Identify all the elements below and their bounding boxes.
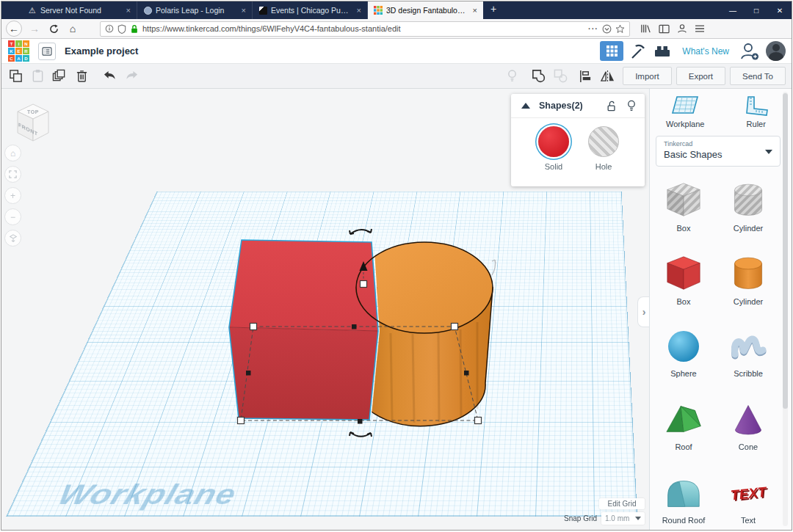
edit-grid-button[interactable]: Edit Grid bbox=[599, 498, 645, 509]
whats-new-link[interactable]: What's New bbox=[682, 46, 729, 57]
home-button[interactable]: ⌂ bbox=[63, 21, 82, 37]
solid-option[interactable]: Solid bbox=[532, 126, 576, 171]
ungroup-icon[interactable] bbox=[549, 67, 571, 86]
shape-gallery: Box Cylinder bbox=[651, 175, 781, 532]
sidebar-scrollbar[interactable] bbox=[783, 92, 788, 526]
scrollbar-thumb[interactable] bbox=[783, 93, 788, 409]
tab-close-icon[interactable]: × bbox=[125, 6, 132, 15]
view-cube[interactable]: TOP FRONT bbox=[13, 98, 53, 145]
tab-close-icon[interactable]: × bbox=[471, 6, 479, 15]
hole-option[interactable]: Hole bbox=[582, 126, 626, 171]
shape-tile-round-roof[interactable]: Round Roof bbox=[651, 469, 716, 532]
view-cube-top-label: TOP bbox=[27, 109, 39, 114]
titlebar: ⚠ Server Not Found × Polaris Leap - Logi… bbox=[1, 1, 792, 19]
shape-tile-cone[interactable]: Cone bbox=[716, 396, 781, 469]
info-icon[interactable] bbox=[105, 24, 114, 33]
menu-icon[interactable] bbox=[695, 24, 705, 33]
redo-icon[interactable] bbox=[120, 67, 142, 86]
shape-tile-text[interactable]: TEXT TEXT Text bbox=[716, 469, 781, 532]
maximize-button[interactable]: □ bbox=[745, 1, 768, 19]
avatar[interactable] bbox=[766, 41, 786, 61]
rotate-handle-bottom[interactable] bbox=[350, 432, 372, 437]
invite-person-add-icon[interactable] bbox=[739, 42, 760, 61]
bookmark-star-icon[interactable] bbox=[615, 24, 625, 34]
show-all-icon[interactable] bbox=[501, 67, 523, 86]
shield-icon[interactable] bbox=[117, 24, 126, 34]
duplicate-icon[interactable] bbox=[48, 67, 70, 86]
lightbulb-icon[interactable] bbox=[627, 100, 636, 112]
account-icon[interactable] bbox=[677, 23, 687, 34]
pocket-icon[interactable] bbox=[602, 24, 612, 34]
ruler-tool[interactable]: Ruler bbox=[727, 95, 786, 128]
shape-tile-cylinder-hole[interactable]: Cylinder bbox=[716, 175, 781, 249]
rotate-handle-top[interactable] bbox=[350, 229, 372, 234]
rotate-handle-side[interactable] bbox=[492, 260, 496, 275]
tab-close-icon[interactable]: × bbox=[355, 6, 363, 15]
collapse-panel-icon[interactable] bbox=[521, 103, 530, 109]
tinkercad-logo[interactable]: T I N K E R C A D bbox=[8, 40, 29, 62]
minecraft-pickaxe-icon[interactable] bbox=[629, 43, 647, 60]
url-bar[interactable]: https://www.tinkercad.com/things/6WlFehy… bbox=[100, 21, 630, 37]
snap-grid-select[interactable]: 1.0 mm bbox=[601, 512, 645, 525]
workplane-tool[interactable]: Workplane bbox=[656, 95, 714, 128]
shape-tile-label: Text bbox=[741, 516, 756, 525]
shape-tile-box-solid[interactable]: Box bbox=[651, 249, 716, 322]
shape-tile-roof[interactable]: Roof bbox=[651, 396, 716, 469]
back-button[interactable]: ← bbox=[6, 21, 22, 37]
hole-swatch[interactable] bbox=[588, 126, 619, 157]
home-view-button[interactable]: ⌂ bbox=[4, 145, 21, 161]
shape-tile-label: Cone bbox=[739, 442, 758, 451]
shape-library-select[interactable]: Tinkercad Basic Shapes bbox=[656, 136, 781, 167]
logo-tile: E bbox=[15, 48, 22, 54]
export-button[interactable]: Export bbox=[676, 67, 725, 85]
tab-close-icon[interactable]: × bbox=[240, 6, 247, 15]
shape-tile-label: Cylinder bbox=[734, 224, 763, 233]
sidebar-collapse-chevron[interactable]: › bbox=[637, 296, 650, 327]
page-actions-icon[interactable]: ··· bbox=[588, 24, 598, 33]
library-icon[interactable] bbox=[640, 23, 651, 34]
3d-viewport[interactable]: Workplane bbox=[1, 89, 649, 530]
fit-view-button[interactable] bbox=[4, 166, 21, 183]
logo-tile: R bbox=[23, 48, 29, 54]
solid-label: Solid bbox=[532, 162, 576, 171]
minimize-button[interactable]: — bbox=[721, 1, 745, 19]
paste-icon[interactable] bbox=[26, 67, 48, 86]
group-icon[interactable] bbox=[527, 67, 549, 86]
align-icon[interactable] bbox=[574, 67, 596, 86]
bricks-icon[interactable] bbox=[653, 43, 672, 59]
new-tab-button[interactable]: + bbox=[483, 1, 504, 19]
shape-tile-scribble[interactable]: Scribble bbox=[716, 322, 781, 396]
undo-icon[interactable] bbox=[98, 67, 120, 86]
delete-icon[interactable] bbox=[70, 67, 93, 86]
copy-icon[interactable] bbox=[4, 67, 26, 86]
shape-tile-cylinder-solid[interactable]: Cylinder bbox=[716, 249, 781, 322]
tab-tinkercad-active[interactable]: 3D design Fantabulous Stantia × bbox=[368, 1, 483, 19]
close-button[interactable]: ✕ bbox=[768, 1, 792, 19]
tab-polaris-leap[interactable]: Polaris Leap - Login × bbox=[137, 1, 253, 19]
shape-tile-label: Roof bbox=[675, 442, 692, 451]
solid-swatch[interactable] bbox=[538, 126, 569, 157]
reload-button[interactable] bbox=[44, 21, 63, 37]
zoom-out-button[interactable]: − bbox=[4, 208, 21, 225]
sidebars-icon[interactable] bbox=[659, 24, 670, 34]
shape-tile-sphere[interactable]: Sphere bbox=[651, 322, 716, 396]
send-to-button[interactable]: Send To bbox=[730, 67, 786, 85]
perspective-toggle-button[interactable] bbox=[4, 230, 21, 247]
shape-tile-box-hole[interactable]: Box bbox=[651, 175, 716, 249]
forward-button[interactable]: → bbox=[25, 21, 44, 37]
mirror-icon[interactable] bbox=[596, 67, 618, 86]
tab-server-not-found[interactable]: ⚠ Server Not Found × bbox=[22, 1, 137, 19]
chevron-down-icon bbox=[765, 150, 772, 154]
zoom-in-button[interactable]: + bbox=[4, 187, 21, 204]
design-properties-button[interactable] bbox=[38, 43, 56, 60]
project-title[interactable]: Example project bbox=[65, 45, 138, 57]
viewport-controls: ⌂ + − bbox=[4, 145, 21, 247]
tab-title: Server Not Found bbox=[40, 6, 121, 15]
import-button[interactable]: Import bbox=[623, 67, 672, 85]
chevron-down-icon bbox=[635, 517, 641, 520]
unlock-icon[interactable] bbox=[606, 101, 617, 112]
logo-tile: K bbox=[8, 48, 15, 54]
blocks-view-button[interactable] bbox=[600, 41, 623, 61]
navbar-right-icons bbox=[640, 23, 705, 34]
tab-chicago-library[interactable]: Events | Chicago Public Library × bbox=[253, 1, 368, 19]
